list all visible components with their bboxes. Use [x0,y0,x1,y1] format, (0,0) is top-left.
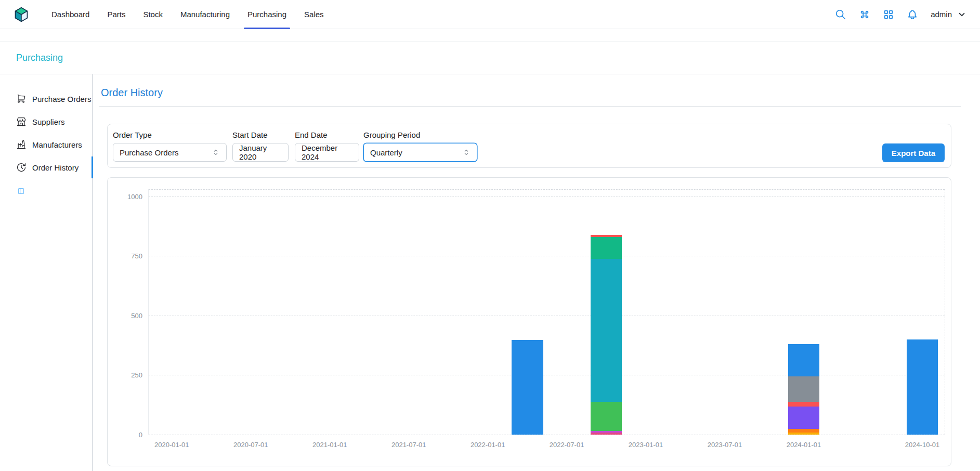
order-type-label: Order Type [113,130,227,139]
tab-purchasing[interactable]: Purchasing [239,0,295,29]
export-data-button[interactable]: Export Data [882,143,945,162]
chart-card: 025050075010002020-01-012020-07-012021-0… [107,177,951,466]
bar-segment[interactable] [591,402,622,431]
page: DashboardPartsStockManufacturingPurchasi… [0,0,980,471]
start-date-value: January 2020 [239,143,282,161]
top-navbar: DashboardPartsStockManufacturingPurchasi… [0,0,980,29]
username: admin [931,10,952,19]
bar-segment[interactable] [591,259,622,401]
main-nav-tabs: DashboardPartsStockManufacturingPurchasi… [43,0,333,29]
gridline [149,189,945,190]
y-axis-tick-label: 1000 [127,192,142,200]
grouping-period-select[interactable]: Quarterly [363,143,477,162]
x-axis-tick-label: 2022-07-01 [550,441,584,449]
bar-segment[interactable] [591,433,622,435]
search-icon[interactable] [835,9,846,20]
building-store-icon [16,116,27,127]
filter-panel: Order Type Purchase Orders Start Date Ja… [107,124,951,168]
navbar-actions: admin [835,9,966,20]
content: Purchase OrdersSuppliersManufacturersOrd… [0,74,980,471]
breadcrumb-bar: Purchasing [0,41,980,74]
order-type-value: Purchase Orders [120,148,178,157]
gridline [149,435,945,435]
sidebar-item-label: Order History [32,163,79,172]
x-axis-tick-label: 2023-07-01 [708,441,742,449]
sidebar-item-purchase-orders[interactable]: Purchase Orders [0,87,92,110]
tab-dashboard[interactable]: Dashboard [43,0,98,29]
selector-icon [212,148,220,156]
end-date-label: End Date [295,130,359,139]
x-axis-tick-label: 2021-07-01 [391,441,426,449]
x-axis-tick-label: 2022-01-01 [471,441,505,449]
start-date-label: Start Date [232,130,289,139]
chart-plot: 025050075010002020-01-012020-07-012021-0… [148,189,945,435]
y-axis-tick-label: 0 [139,431,142,439]
bar-segment[interactable] [788,429,820,433]
start-date-field: Start Date January 2020 [232,130,289,162]
start-date-input[interactable]: January 2020 [232,143,289,162]
history-icon [16,162,27,173]
y-axis-tick-label: 500 [131,311,142,319]
bar-segment[interactable] [512,340,543,435]
bar-segment[interactable] [788,402,820,407]
user-menu[interactable]: admin [931,10,966,19]
sidebar-item-suppliers[interactable]: Suppliers [0,110,92,133]
shopping-cart-icon [16,94,27,104]
x-axis-tick-label: 2023-01-01 [629,441,663,449]
main-panel: Order History Order Type Purchase Orders… [93,74,980,471]
end-date-value: December 2024 [302,143,352,161]
bar-segment[interactable] [788,344,820,376]
apps-grid-icon[interactable] [883,9,894,20]
order-type-select[interactable]: Purchase Orders [113,143,227,162]
chevron-down-icon [957,10,966,19]
end-date-input[interactable]: December 2024 [295,143,359,162]
sidebar-item-label: Manufacturers [32,140,82,149]
stacked-bar-2024-10-01[interactable] [907,339,938,435]
x-axis-tick-label: 2020-01-01 [154,441,189,449]
stacked-bar-2022-10-01[interactable] [591,235,622,435]
end-date-field: End Date December 2024 [295,130,359,162]
order-type-field: Order Type Purchase Orders [113,130,227,162]
bar-segment[interactable] [788,407,820,429]
y-axis-tick-label: 750 [131,252,142,260]
factory-icon [16,139,27,150]
gridline [149,375,945,375]
breadcrumb-purchasing[interactable]: Purchasing [16,53,63,63]
x-axis-tick-label: 2020-07-01 [233,441,268,449]
collapse-sidebar-icon[interactable] [0,187,92,195]
tab-stock[interactable]: Stock [134,0,172,29]
sidebar-item-label: Suppliers [32,117,65,126]
y-axis-tick-label: 250 [131,371,142,379]
tab-manufacturing[interactable]: Manufacturing [172,0,239,29]
bar-segment[interactable] [788,376,820,402]
bar-segment[interactable] [907,339,938,435]
sidebar: Purchase OrdersSuppliersManufacturersOrd… [0,74,93,471]
tab-sales[interactable]: Sales [295,0,333,29]
gridline [149,197,945,197]
command-icon[interactable] [859,9,870,20]
stacked-bar-2024-01-01[interactable] [788,344,820,435]
gridline [149,256,945,256]
selector-icon [462,148,471,156]
bar-segment[interactable] [591,237,622,259]
grouping-period-value: Quarterly [370,148,402,157]
app-logo [14,7,29,22]
gridline [149,316,945,316]
grouping-period-field: Grouping Period Quarterly [363,130,477,162]
x-axis-tick-label: 2024-01-01 [787,441,821,449]
notifications-bell-icon[interactable] [907,9,918,20]
grouping-period-label: Grouping Period [363,130,477,139]
sidebar-item-label: Purchase Orders [32,95,91,103]
sidebar-item-manufacturers[interactable]: Manufacturers [0,133,92,156]
title-divider [99,106,961,107]
stacked-bar-2022-04-01[interactable] [512,340,543,435]
sidebar-item-order-history[interactable]: Order History [0,156,92,179]
page-title: Order History [101,87,961,99]
tab-parts[interactable]: Parts [98,0,134,29]
x-axis-tick-label: 2021-01-01 [312,441,347,449]
x-axis-tick-label: 2024-10-01 [905,441,940,449]
bar-segment[interactable] [788,433,820,435]
